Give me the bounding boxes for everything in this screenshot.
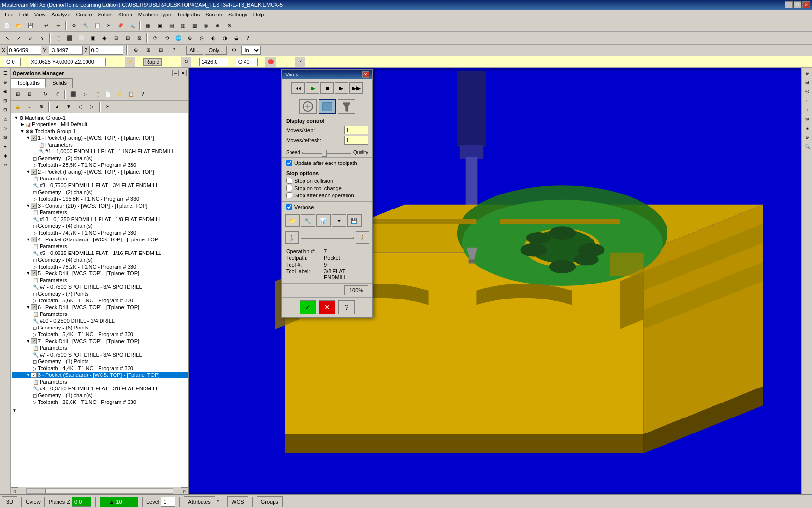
- tree-item-properties[interactable]: ▶ 📊 Properties - Mill Default: [12, 121, 188, 128]
- tree-item-op4[interactable]: ▼ ✓ 4 - Pocket (Standard) - [WCS: TOP] -…: [12, 236, 188, 243]
- stop-btn[interactable]: ■: [320, 82, 334, 94]
- tree-item-op4-tool[interactable]: 🔧 #5 - 0,0625 ENDMILL1 FLAT - 1/16 FLAT …: [12, 250, 188, 256]
- view-btn-2[interactable]: ↗: [14, 33, 24, 44]
- status-btn-1[interactable]: ⚡: [125, 57, 135, 67]
- tree-item-op4-params[interactable]: 📋 Parameters: [12, 243, 188, 250]
- menu-view[interactable]: View: [31, 11, 49, 18]
- op4-checkbox[interactable]: ✓: [31, 237, 37, 242]
- ops-backplot[interactable]: ⬚: [91, 89, 102, 100]
- toolbar-btn-16[interactable]: ⊗: [224, 20, 234, 31]
- speed-thumb[interactable]: [322, 150, 327, 157]
- verbose-checkbox[interactable]: [286, 204, 292, 210]
- menu-machine-type[interactable]: Machine Type: [135, 11, 174, 18]
- tree-item-op1-params[interactable]: 📋 Parameters: [12, 141, 188, 148]
- g-code-input[interactable]: [4, 58, 21, 66]
- expand-op7[interactable]: ▼: [25, 338, 31, 344]
- coord-btn-1[interactable]: ⊕: [130, 45, 141, 56]
- op2-checkbox[interactable]: ✓: [31, 169, 37, 175]
- expand-op4[interactable]: ▼: [25, 237, 31, 242]
- expand-machine[interactable]: ▼: [14, 115, 19, 120]
- op7-checkbox[interactable]: ✓: [31, 338, 37, 344]
- tree-item-op2-params[interactable]: 📋 Parameters: [12, 175, 188, 182]
- tree-item-op4-tp[interactable]: ▷ Toolpath - 78,2K - T1.NC - Program # 3…: [12, 263, 188, 270]
- action-btn-2[interactable]: 🔧: [301, 214, 315, 227]
- menu-create[interactable]: Create: [73, 11, 95, 18]
- ops-unlock[interactable]: ≈: [24, 102, 35, 112]
- action-btn-3[interactable]: 📊: [316, 214, 331, 227]
- view-btn-13[interactable]: ⟳: [150, 33, 160, 44]
- view-btn-21[interactable]: ?: [243, 33, 253, 44]
- left-icon-12[interactable]: ⋯: [1, 170, 10, 179]
- ops-simulate[interactable]: ▷: [79, 89, 90, 100]
- speed-slider[interactable]: [302, 152, 351, 154]
- units-select[interactable]: Inmm: [241, 46, 261, 55]
- step-fwd-btn[interactable]: ▶|: [335, 82, 348, 94]
- action-btn-5[interactable]: 💾: [347, 214, 362, 227]
- tree-item-op3-tp[interactable]: ▷ Toolpath - 74,7K - T1.NC - Program # 3…: [12, 229, 188, 236]
- tree-item-op1-geo[interactable]: ◻ Geometry - (2) chain(s): [12, 155, 188, 162]
- menu-solids[interactable]: Solids: [95, 11, 116, 18]
- menu-edit[interactable]: Edit: [16, 11, 31, 18]
- stop-tool-change-checkbox[interactable]: [286, 185, 292, 191]
- nc-coords-input[interactable]: [29, 58, 106, 66]
- view-btn-18[interactable]: ◐: [208, 33, 218, 44]
- tree-item-op6-tp[interactable]: ▷ Toolpath - 5,4K - T1.NC - Program # 33…: [12, 331, 188, 338]
- view-btn-17[interactable]: ◎: [196, 33, 207, 44]
- ops-post[interactable]: 📄: [102, 89, 113, 100]
- tree-item-machine-group[interactable]: ▼ ⚙ Machine Group-1: [12, 114, 188, 121]
- all-button[interactable]: All...: [186, 46, 203, 55]
- expand-op2[interactable]: ▼: [25, 169, 31, 175]
- menu-analyze[interactable]: Analyze: [48, 11, 73, 18]
- right-icon-9[interactable]: 🔍: [803, 142, 812, 151]
- tree-item-op7-tp[interactable]: ▷ Toolpath - 4,4K - T1.NC - Program # 33…: [12, 365, 188, 372]
- help-status-btn[interactable]: ?: [295, 57, 305, 67]
- view-btn-8[interactable]: ▣: [87, 33, 98, 44]
- x-input[interactable]: [7, 46, 41, 55]
- left-icon-8[interactable]: ⊠: [1, 133, 10, 142]
- tree-item-op3-tool[interactable]: 🔧 #13 - 0,1250 ENDMILL1 FLAT - 1/8 FLAT …: [12, 216, 188, 223]
- tree-item-op8-geo[interactable]: ◻ Geometry - (1) chain(s): [12, 392, 188, 399]
- speed-input[interactable]: [199, 58, 228, 66]
- status-icon-1[interactable]: 🔴: [265, 57, 276, 67]
- minimize-button[interactable]: ─: [785, 1, 793, 8]
- ops-regen[interactable]: ↻: [40, 89, 51, 100]
- tree-item-op6[interactable]: ▼ ✓ 6 - Peck Drill - [WCS: TOP] - [Tplan…: [12, 304, 188, 311]
- ops-regen2[interactable]: ↺: [52, 89, 62, 100]
- undo-button[interactable]: ↩: [41, 20, 52, 31]
- scroll-left-btn[interactable]: ◁: [11, 487, 18, 495]
- coord-btn-3[interactable]: ⊟: [156, 45, 166, 56]
- view-btn-11[interactable]: ⊟: [122, 33, 133, 44]
- tree-item-op8-params[interactable]: 📋 Parameters: [12, 378, 188, 385]
- verify-cancel-btn[interactable]: ✕: [319, 300, 335, 314]
- attributes-btn[interactable]: Attributes: [184, 496, 215, 507]
- toolbar-btn-5[interactable]: 📋: [92, 20, 102, 31]
- tree-item-op2-tp[interactable]: ▷ Toolpath - 195,8K - T1.NC - Program # …: [12, 195, 188, 202]
- menu-file[interactable]: File: [2, 11, 16, 18]
- tree-item-op3-geo[interactable]: ◻ Geometry - (4) chain(s): [12, 223, 188, 229]
- right-icon-7[interactable]: ◈: [803, 124, 812, 133]
- left-icon-6[interactable]: △: [1, 115, 10, 123]
- op8-checkbox[interactable]: ✓: [31, 372, 37, 378]
- moves-refresh-input[interactable]: [344, 136, 368, 145]
- ops-minimize-btn[interactable]: ─: [172, 70, 179, 76]
- op5-checkbox[interactable]: ✓: [31, 270, 37, 276]
- fast-fwd-btn[interactable]: ▶▶: [349, 82, 363, 94]
- ops-right[interactable]: ▷: [87, 102, 97, 112]
- view-btn-6[interactable]: ⬛: [64, 33, 75, 44]
- right-icon-6[interactable]: ⊠: [803, 115, 812, 123]
- left-icon-5[interactable]: ⊟: [1, 105, 10, 114]
- menu-xform[interactable]: Xform: [116, 11, 135, 18]
- ops-left[interactable]: ◁: [75, 102, 86, 112]
- menu-toolpaths[interactable]: Toolpaths: [174, 11, 203, 18]
- tree-item-op1-tp[interactable]: ▷ Toolpath - 28,5K - T1.NC - Program # 3…: [12, 162, 188, 168]
- view-btn-3[interactable]: ↙: [25, 33, 36, 44]
- right-icon-1[interactable]: ⊕: [803, 69, 812, 77]
- right-icon-4[interactable]: ↔: [803, 96, 812, 105]
- tree-item-op8[interactable]: ▼ ✓ 8 - Pocket (Standard) - [WCS: TOP] -…: [12, 372, 188, 378]
- expand-toolpath-group[interactable]: ▼: [19, 128, 25, 134]
- expand-op1-tool[interactable]: [33, 149, 39, 154]
- ops-select-all[interactable]: ⊞: [13, 89, 23, 100]
- right-icon-3[interactable]: ◎: [803, 87, 812, 96]
- menu-settings[interactable]: Settings: [225, 11, 250, 18]
- ops-help[interactable]: ?: [137, 89, 148, 100]
